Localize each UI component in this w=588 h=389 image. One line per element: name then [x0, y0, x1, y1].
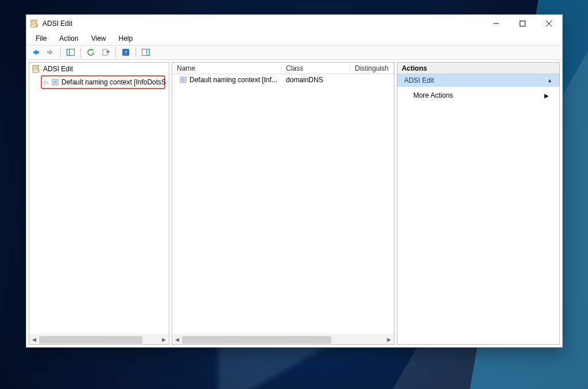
- refresh-button[interactable]: [84, 46, 98, 59]
- toolbar-separator: [80, 47, 81, 57]
- svg-rect-2: [36, 51, 39, 53]
- adsi-edit-icon: [32, 64, 41, 74]
- minimize-button[interactable]: [483, 15, 509, 32]
- list-body[interactable]: Default naming context [Inf... domainDNS: [172, 74, 394, 334]
- back-button[interactable]: [29, 46, 42, 59]
- menu-help[interactable]: Help: [113, 33, 139, 44]
- scroll-right-icon[interactable]: ▶: [384, 336, 394, 344]
- toolbar-separator: [115, 47, 116, 57]
- adsi-edit-app-icon: [30, 19, 39, 28]
- column-header-name[interactable]: Name: [172, 63, 281, 74]
- row-name: Default naming context [Inf...: [189, 76, 277, 84]
- tree-horizontal-scrollbar[interactable]: ◀ ▶: [29, 334, 169, 344]
- row-class: domainDNS: [281, 76, 350, 84]
- svg-rect-10: [147, 49, 150, 56]
- scroll-left-icon[interactable]: ◀: [172, 336, 182, 344]
- list-pane: Name Class Distinguish: [172, 62, 394, 345]
- scroll-thumb[interactable]: [39, 336, 142, 344]
- action-more-actions[interactable]: More Actions ▶: [397, 89, 559, 102]
- collapse-icon[interactable]: ▲: [547, 78, 552, 83]
- list-horizontal-scrollbar[interactable]: ◀ ▶: [172, 334, 394, 344]
- tree-child-label: Default naming context [InfoDotsS: [61, 78, 166, 86]
- tree-content[interactable]: ADSI Edit ▷ Default naming context [Info…: [29, 63, 169, 334]
- toolbar-separator: [136, 47, 136, 57]
- menu-action[interactable]: Action: [53, 33, 84, 44]
- close-button[interactable]: [536, 15, 562, 32]
- tree-root-label: ADSI Edit: [43, 65, 73, 73]
- console-tree-button[interactable]: [64, 46, 78, 59]
- actions-group-label: ADSI Edit: [404, 76, 434, 84]
- list-row[interactable]: Default naming context [Inf... domainDNS: [172, 74, 394, 86]
- svg-rect-6: [103, 49, 107, 55]
- svg-rect-1: [520, 21, 525, 26]
- tree-root-item[interactable]: ADSI Edit: [29, 64, 169, 74]
- menu-bar: File Action View Help: [26, 32, 562, 45]
- scroll-right-icon[interactable]: ▶: [159, 336, 169, 344]
- container-icon: [51, 78, 59, 87]
- window-body: ADSI Edit ▷ Default naming context [Info…: [26, 60, 562, 347]
- tree-pane: ADSI Edit ▷ Default naming context [Info…: [29, 62, 169, 345]
- tree-child-item-highlighted[interactable]: ▷ Default naming context [InfoDotsS: [41, 75, 165, 89]
- scroll-thumb[interactable]: [182, 336, 331, 344]
- action-pane-button[interactable]: [139, 46, 153, 59]
- toolbar: ?: [26, 45, 562, 60]
- actions-list: More Actions ▶: [397, 87, 559, 104]
- desktop-wallpaper: ADSI Edit File Action View Help: [0, 0, 588, 389]
- actions-group-header[interactable]: ADSI Edit ▲: [397, 74, 559, 87]
- svg-rect-3: [47, 51, 50, 53]
- toolbar-separator: [60, 47, 61, 57]
- title-bar[interactable]: ADSI Edit: [26, 15, 562, 32]
- menu-view[interactable]: View: [86, 33, 112, 44]
- submenu-arrow-icon: ▶: [544, 93, 549, 99]
- maximize-button[interactable]: [509, 15, 536, 32]
- forward-button[interactable]: [44, 46, 57, 59]
- expand-icon[interactable]: ▷: [44, 79, 49, 86]
- list-header: Name Class Distinguish: [172, 63, 394, 74]
- window-title: ADSI Edit: [42, 20, 72, 28]
- svg-text:?: ?: [125, 49, 127, 56]
- column-header-dn[interactable]: Distinguish: [350, 63, 394, 74]
- export-list-button[interactable]: [99, 46, 113, 59]
- scroll-left-icon[interactable]: ◀: [29, 336, 39, 344]
- container-icon: [179, 75, 187, 84]
- help-button[interactable]: ?: [119, 46, 133, 59]
- menu-file[interactable]: File: [30, 33, 52, 44]
- actions-pane: Actions ADSI Edit ▲ More Actions ▶: [397, 62, 560, 345]
- svg-rect-5: [67, 49, 70, 56]
- adsi-edit-window: ADSI Edit File Action View Help: [26, 14, 563, 348]
- action-item-label: More Actions: [413, 91, 453, 99]
- actions-header: Actions: [397, 63, 559, 74]
- column-header-class[interactable]: Class: [281, 63, 350, 74]
